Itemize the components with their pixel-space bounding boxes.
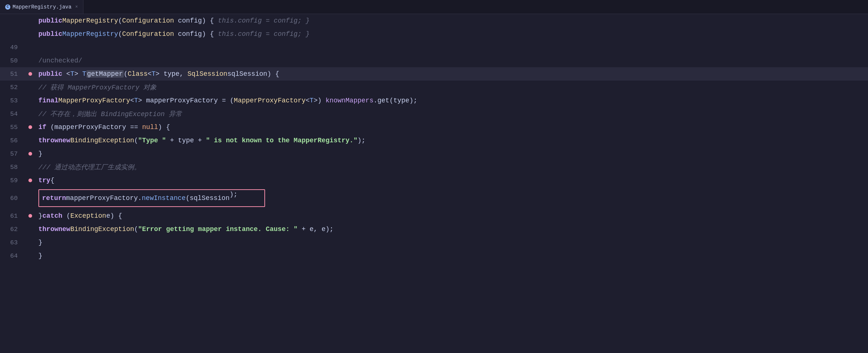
code-line: public MapperRegistry(Configuration conf… [0,27,868,41]
gutter [25,14,35,27]
line-number: 49 [0,41,25,54]
line-number: 61 [0,209,25,223]
gutter [25,174,35,187]
gutter [25,187,35,209]
code-content: } [35,249,868,262]
code-content: // 获得 MapperProxyFactory 对象 [35,81,868,94]
gutter [25,54,35,67]
line-number [0,14,25,27]
line-number: 58 [0,160,25,174]
code-line: 60 return mapperProxyFactory.newInstance… [0,187,868,209]
code-line: 50 /unchecked/ [0,54,868,67]
code-line: 54 // 不存在，则抛出 BindingException 异常 [0,107,868,121]
line-number: 60 [0,187,25,209]
line-number: 59 [0,174,25,187]
svg-point-0 [28,72,32,76]
code-line: 59 try { [0,174,868,187]
code-content: } [35,236,868,249]
code-line: 62 throw new BindingException("Error get… [0,223,868,236]
svg-point-3 [28,179,32,182]
code-line: 49 [0,41,868,54]
code-content: public MapperRegistry(Configuration conf… [35,27,868,41]
gutter [25,67,35,81]
code-content [35,41,868,54]
code-line: 52 // 获得 MapperProxyFactory 对象 [0,81,868,94]
code-content: } [35,147,868,160]
code-content: public <T> T getMapper(Class<T> type, Sq… [35,67,868,81]
line-number: 50 [0,54,25,67]
code-content: /unchecked/ [35,54,868,67]
gutter [25,81,35,94]
code-content: if (mapperProxyFactory == null) { [35,121,868,134]
code-line: 53 final MapperProxyFactory<T> mapperPro… [0,94,868,107]
line-number: 53 [0,94,25,107]
code-content: /// 通过动态代理工厂生成实例。 [35,160,868,174]
gutter [25,249,35,262]
line-number: 64 [0,249,25,262]
file-type-icon: C [5,4,10,10]
gutter [25,27,35,41]
gutter [25,107,35,121]
line-number: 63 [0,236,25,249]
code-content: public MapperRegistry(Configuration conf… [35,14,868,27]
gutter [25,209,35,223]
code-content: // 不存在，则抛出 BindingException 异常 [35,107,868,121]
code-line: 63 } [0,236,868,249]
line-number: 55 [0,121,25,134]
tab-close-button[interactable]: × [75,4,78,10]
code-content: throw new BindingException("Error gettin… [35,223,868,236]
code-content: } catch (Exception e) { [35,209,868,223]
line-number: 62 [0,223,25,236]
code-line-top: public MapperRegistry(Configuration conf… [0,14,868,27]
gutter [25,147,35,160]
code-content: return mapperProxyFactory.newInstance(sq… [35,187,868,209]
tab-bar: C MapperRegistry.java × [0,0,868,14]
code-area: public MapperRegistry(Configuration conf… [0,14,868,353]
file-tab[interactable]: C MapperRegistry.java × [0,0,83,14]
line-number: 57 [0,147,25,160]
gutter [25,41,35,54]
svg-point-2 [28,152,32,156]
code-line: 64 } [0,249,868,262]
code-line: 51 public <T> T getMapper(Class<T> type,… [0,67,868,81]
code-content: throw new BindingException("Type " + typ… [35,134,868,147]
code-line: 57 } [0,147,868,160]
editor: public MapperRegistry(Configuration conf… [0,14,868,353]
code-line: 55 if (mapperProxyFactory == null) { [0,121,868,134]
gutter [25,134,35,147]
return-statement: return mapperProxyFactory.newInstance(sq… [38,189,265,207]
code-content: final MapperProxyFactory<T> mapperProxyF… [35,94,868,107]
gutter [25,160,35,174]
svg-point-1 [28,125,32,129]
code-line: 58 /// 通过动态代理工厂生成实例。 [0,160,868,174]
code-line: 61 } catch (Exception e) { [0,209,868,223]
line-number: 52 [0,81,25,94]
line-number: 51 [0,67,25,81]
line-number: 54 [0,107,25,121]
gutter [25,223,35,236]
line-number [0,27,25,41]
gutter [25,121,35,134]
gutter [25,236,35,249]
svg-point-4 [28,214,32,218]
code-line: 56 throw new BindingException("Type " + … [0,134,868,147]
line-number: 56 [0,134,25,147]
tab-filename: MapperRegistry.java [13,4,72,10]
code-content: try { [35,174,868,187]
gutter [25,94,35,107]
